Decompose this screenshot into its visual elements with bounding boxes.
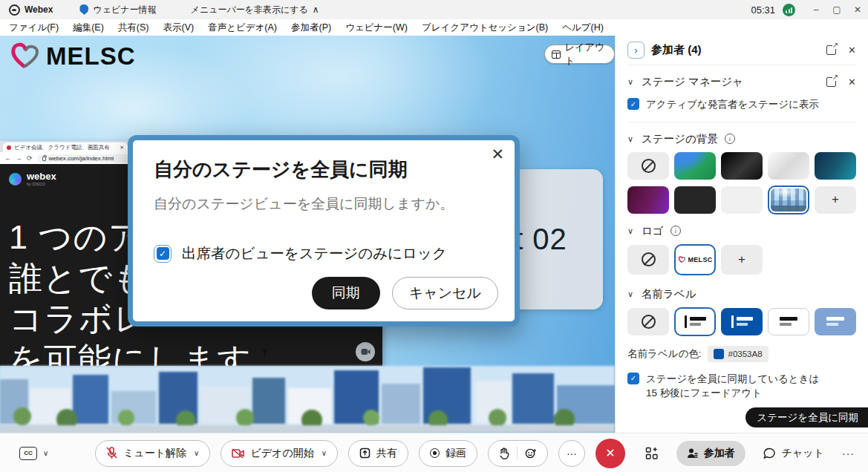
menu-breakout[interactable]: ブレイクアウトセッション(B)	[422, 22, 548, 34]
add-logo-button[interactable]: +	[721, 245, 763, 275]
chevron-down-icon[interactable]: ∨	[627, 226, 638, 236]
collapse-panel-button[interactable]: ›	[627, 42, 645, 59]
menu-edit[interactable]: 編集(E)	[73, 22, 104, 34]
browser-tab[interactable]: ビデオ会議、クラウド電話、画面共有 ✕	[3, 142, 128, 152]
name-label-style3-tile[interactable]	[768, 308, 809, 335]
browser-forward-icon[interactable]: →	[16, 155, 22, 162]
start-video-button[interactable]: ビデオの開始 ∨	[221, 440, 338, 467]
layout-button-label: レイアウト	[565, 41, 605, 68]
prohibit-icon	[642, 315, 656, 329]
layout-grid-icon	[552, 50, 561, 59]
menu-file[interactable]: ファイル(F)	[9, 22, 59, 34]
participants-button-label: 参加者	[704, 447, 735, 460]
info-icon[interactable]: i	[725, 134, 735, 144]
chevron-up-icon: ∧	[313, 4, 319, 15]
active-speaker-row: ✓ アクティブな発言者をステージに表示	[627, 97, 856, 112]
sync-stage-to-all-button[interactable]: ステージを全員に同期	[745, 407, 868, 427]
stage-area: MELSC レイアウト ビデオ会議、クラウド電話、画面共有 ✕ + ← → ⟳	[0, 36, 615, 433]
background-teal-tile[interactable]	[815, 152, 856, 180]
minimize-button[interactable]: –	[806, 0, 826, 19]
pop-out-icon[interactable]	[826, 77, 836, 87]
checkbox-check-icon: ✓	[157, 247, 169, 260]
chevron-down-icon[interactable]: ∨	[627, 77, 638, 87]
raise-hand-icon[interactable]	[499, 448, 509, 459]
chevron-down-icon[interactable]: ∨	[43, 449, 48, 457]
hide-menubar-label: メニューバーを非表示にする	[191, 4, 308, 16]
more-toolbar-button[interactable]: ···	[842, 448, 855, 459]
more-options-button[interactable]: ···	[558, 440, 585, 467]
active-speaker-checkbox[interactable]: ✓	[627, 98, 639, 110]
stage-background-header: ∨ ステージの背景 i	[627, 132, 856, 146]
app-name: Webex	[25, 4, 53, 15]
background-black-tile[interactable]	[721, 152, 763, 180]
name-label-style2-tile[interactable]	[721, 308, 763, 335]
background-gray-tile[interactable]	[721, 186, 763, 214]
share-button[interactable]: 共有	[348, 440, 408, 467]
close-section-icon[interactable]: ✕	[848, 76, 856, 88]
name-label-color-row: 名前ラベルの色: #0353A8	[627, 346, 856, 362]
logo-none-tile[interactable]	[627, 245, 669, 275]
url-text: webex.com/ja/index.html	[49, 155, 114, 162]
tab-close-icon[interactable]: ✕	[120, 145, 124, 151]
participants-panel: › 参加者 (4) ✕ ∨ ステージ マネージャ ✕ ✓ アクティブな発言者をス…	[615, 36, 868, 433]
chevron-down-icon[interactable]: ∨	[194, 449, 199, 457]
background-dark-tile[interactable]	[674, 186, 716, 214]
closed-captions-icon[interactable]: CC	[19, 447, 37, 460]
layout-button[interactable]: レイアウト	[544, 45, 615, 64]
lock-view-checkbox-label: 出席者のビューをステージのみにロック	[182, 243, 447, 263]
webex-site-brand: webex by CISCO	[9, 171, 56, 186]
webinar-info-button[interactable]: ウェビナー情報	[79, 4, 156, 16]
browser-reload-icon[interactable]: ⟳	[27, 155, 33, 162]
menu-share[interactable]: 共有(S)	[118, 22, 149, 34]
close-panel-icon[interactable]: ✕	[848, 45, 856, 56]
leave-meeting-button[interactable]: ✕	[595, 439, 625, 468]
menu-webinar[interactable]: ウェビナー(W)	[345, 22, 408, 34]
background-city-tile-selected[interactable]	[768, 186, 809, 214]
start-video-label: ビデオの開始	[250, 447, 313, 460]
fadeout-checkbox[interactable]: ✓	[627, 373, 639, 384]
color-swatch	[714, 349, 724, 359]
menu-view[interactable]: 表示(V)	[163, 22, 194, 34]
dialog-message: 自分のステージビューを全員に同期しますか。	[154, 194, 494, 214]
melsc-heart-icon	[9, 42, 42, 71]
chevron-down-icon[interactable]: ∨	[627, 289, 638, 299]
reactions-smiley-icon[interactable]	[525, 448, 537, 459]
name-label-style1-selected[interactable]	[674, 307, 716, 336]
stage-manager-header: ∨ ステージ マネージャ ✕	[627, 75, 856, 89]
chevron-down-icon[interactable]: ∨	[322, 449, 327, 457]
menu-audio-video[interactable]: 音声とビデオ(A)	[208, 22, 277, 34]
apps-icon[interactable]	[645, 447, 659, 460]
logo-tiles-row: MELSC +	[627, 244, 856, 275]
background-purple-tile[interactable]	[627, 186, 669, 214]
maximize-button[interactable]: ▢	[826, 0, 847, 19]
menu-participants[interactable]: 参加者(P)	[291, 22, 331, 34]
lock-view-checkbox[interactable]: ✓	[154, 245, 172, 263]
control-toolbar: CC ∨ ミュート解除 ∨ ビデオの開始	[0, 433, 868, 472]
logo-melsc-tile-selected[interactable]: MELSC	[674, 244, 716, 275]
name-label-none-tile[interactable]	[627, 308, 669, 335]
participants-button[interactable]: 参加者	[676, 441, 745, 466]
dialog-close-icon[interactable]: ✕	[491, 146, 504, 162]
browser-back-icon[interactable]: ←	[4, 155, 11, 162]
sync-button[interactable]: 同期	[312, 277, 380, 309]
menu-help[interactable]: ヘルプ(H)	[562, 22, 604, 34]
stage-manager-title: ステージ マネージャ	[642, 75, 743, 89]
close-window-button[interactable]: ✕	[847, 0, 868, 19]
chevron-down-icon[interactable]: ∨	[627, 134, 638, 144]
camera-overlay-icon[interactable]	[356, 342, 375, 361]
name-label-header: ∨ 名前ラベル	[627, 287, 856, 301]
connection-quality-icon[interactable]	[783, 4, 795, 16]
name-label-style4-tile[interactable]	[815, 308, 856, 335]
chat-button[interactable]: チャット	[763, 447, 824, 460]
name-label-color-picker[interactable]: #0353A8	[708, 346, 769, 362]
info-icon[interactable]: i	[670, 226, 681, 236]
hide-menubar-button[interactable]: メニューバーを非表示にする ∧	[191, 4, 319, 16]
pop-out-icon[interactable]	[826, 45, 836, 55]
record-button[interactable]: 録画	[419, 440, 477, 467]
add-background-button[interactable]: +	[815, 186, 856, 214]
background-bluegreen-tile[interactable]	[674, 152, 716, 180]
unmute-button[interactable]: ミュート解除 ∨	[95, 440, 210, 467]
background-none-tile[interactable]	[627, 152, 669, 180]
background-white-tile[interactable]	[768, 152, 809, 180]
cancel-button[interactable]: キャンセル	[392, 277, 498, 309]
